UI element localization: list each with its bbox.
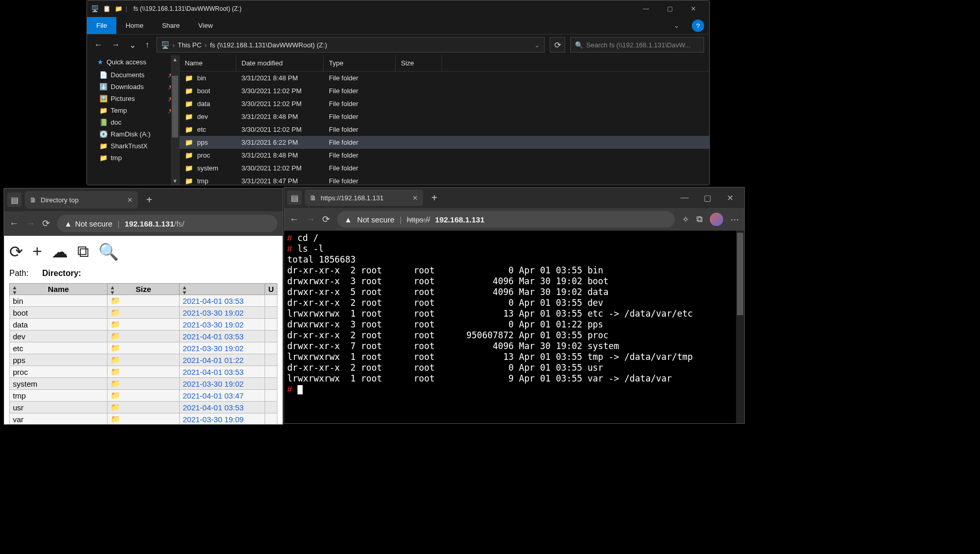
terminal-output[interactable]: # cd / # ls -l total 1856683 dr-xr-xr-x …	[284, 231, 744, 423]
ribbon-home[interactable]: Home	[116, 17, 153, 34]
history-dropdown[interactable]: ⌄	[127, 38, 138, 52]
browser-menu-icon[interactable]: ▤	[287, 191, 302, 205]
terminal-scrollbar[interactable]	[736, 231, 744, 423]
table-row[interactable]: 📁proc3/31/2021 8:48 PMFile folder	[180, 149, 709, 162]
forward-button[interactable]: →	[26, 218, 35, 229]
forward-button[interactable]: →	[306, 214, 315, 225]
sidebar-item[interactable]: 🖼️Pictures📌	[87, 93, 179, 105]
close-button[interactable]: ✕	[681, 1, 705, 17]
scroll-up-icon[interactable]: ▲	[171, 55, 179, 63]
address-bar[interactable]: 🖥️ › This PC › fs (\\192.168.1.131\DavWW…	[156, 37, 545, 53]
window-title: fs (\\192.168.1.131\DavWWWRoot) (Z:)	[133, 5, 241, 12]
ribbon-view[interactable]: View	[189, 17, 222, 34]
table-row[interactable]: tmp📁2021-04-01 03:47	[10, 390, 277, 402]
tab-close-icon[interactable]: ✕	[127, 196, 133, 204]
scroll-thumb[interactable]	[737, 233, 743, 315]
browser-menu-icon[interactable]: ▤	[7, 193, 22, 207]
table-row[interactable]: var📁2021-03-30 19:09	[10, 413, 277, 425]
forward-button[interactable]: →	[110, 38, 122, 51]
sidebar-item[interactable]: 📄Documents📌	[87, 69, 179, 81]
crumb-path[interactable]: fs (\\192.168.1.131\DavWWWRoot) (Z:)	[210, 41, 327, 49]
qat-icon[interactable]: 📋	[103, 5, 111, 12]
close-button[interactable]: ✕	[719, 187, 741, 208]
table-row[interactable]: 📁tmp3/31/2021 8:47 PMFile folder	[180, 175, 709, 185]
quick-access-header[interactable]: ★ Quick access	[87, 55, 179, 69]
table-row[interactable]: proc📁2021-04-01 03:53	[10, 366, 277, 378]
minimize-button[interactable]: —	[634, 1, 658, 17]
col-date[interactable]: ▲▼	[180, 284, 265, 295]
scroll-thumb[interactable]	[172, 76, 178, 137]
refresh-button[interactable]: ⟳	[550, 37, 565, 53]
table-row[interactable]: 📁etc3/30/2021 12:02 PMFile folder	[180, 123, 709, 136]
scroll-down-icon[interactable]: ▼	[171, 177, 179, 185]
ribbon-share[interactable]: Share	[153, 17, 189, 34]
maximize-button[interactable]: ▢	[658, 1, 681, 17]
col-name[interactable]: ▲▼Name	[10, 284, 108, 295]
refresh-icon[interactable]: ⟳	[9, 242, 23, 262]
table-row[interactable]: 📁data3/30/2021 12:02 PMFile folder	[180, 97, 709, 110]
file-icon-cell: 📁	[108, 402, 180, 413]
collections-icon[interactable]: ⧉	[696, 214, 703, 224]
titlebar[interactable]: 🖥️ 📋 📁 | fs (\\192.168.1.131\DavWWWRoot)…	[87, 1, 709, 17]
file-icon-cell: 📁	[108, 390, 180, 402]
maximize-button[interactable]: ▢	[696, 187, 719, 208]
sidebar-item[interactable]: 📁Temp📌	[87, 105, 179, 116]
address-bar[interactable]: ▲ Not secure | https://192.168.1.131	[337, 211, 675, 228]
col-u[interactable]: U	[265, 284, 277, 295]
search-icon[interactable]: 🔍	[98, 242, 119, 262]
sidebar-item[interactable]: 📗doc	[87, 116, 179, 128]
reload-button[interactable]: ⟳	[322, 214, 330, 225]
sidebar-item[interactable]: 💽RamDisk (A:)	[87, 128, 179, 140]
tab-directory[interactable]: 🗎 Directory top ✕	[25, 191, 138, 209]
folder-icon: 📁	[185, 126, 193, 133]
col-modified[interactable]: Date modified	[236, 55, 324, 71]
sidebar-scrollbar[interactable]: ▲ ▼	[171, 55, 179, 185]
table-row[interactable]: boot📁2021-03-30 19:02	[10, 307, 277, 319]
minimize-button[interactable]: —	[673, 187, 696, 208]
table-row[interactable]: 📁bin3/31/2021 8:48 PMFile folder	[180, 72, 709, 84]
table-row[interactable]: 📁pps3/31/2021 6:22 PMFile folder	[180, 136, 709, 149]
col-size[interactable]: Size	[396, 55, 442, 71]
table-row[interactable]: system📁2021-03-30 19:02	[10, 378, 277, 390]
col-name[interactable]: Name	[180, 55, 236, 71]
item-label: Documents	[111, 71, 145, 79]
table-row[interactable]: 📁boot3/30/2021 12:02 PMFile folder	[180, 84, 709, 97]
reload-button[interactable]: ⟳	[42, 218, 50, 229]
table-row[interactable]: pps📁2021-04-01 01:22	[10, 354, 277, 366]
back-button[interactable]: ←	[9, 218, 19, 229]
file-name: tmp	[10, 390, 108, 402]
new-tab-button[interactable]: +	[426, 192, 443, 204]
crumb-this-pc[interactable]: This PC	[178, 41, 201, 49]
upload-icon[interactable]: ☁︎	[51, 242, 68, 262]
table-row[interactable]: data📁2021-03-30 19:02	[10, 319, 277, 331]
profile-avatar[interactable]	[710, 213, 723, 226]
add-icon[interactable]: +	[32, 242, 42, 262]
col-size[interactable]: ▲▼Size	[108, 284, 180, 295]
ribbon-file[interactable]: File	[87, 17, 116, 34]
table-row[interactable]: usr📁2021-04-01 03:53	[10, 402, 277, 413]
more-icon[interactable]: ⋯	[730, 214, 739, 225]
table-row[interactable]: dev📁2021-04-01 03:53	[10, 331, 277, 342]
table-row[interactable]: 📁system3/30/2021 12:02 PMFile folder	[180, 162, 709, 175]
sidebar-item[interactable]: ⬇️Downloads📌	[87, 81, 179, 93]
col-type[interactable]: Type	[324, 55, 396, 71]
back-button[interactable]: ←	[289, 214, 299, 225]
sidebar-item[interactable]: 📁tmp	[87, 152, 179, 164]
new-tab-button[interactable]: +	[141, 194, 157, 206]
address-bar[interactable]: ▲Not secure | 192.168.1.131/fs/	[57, 215, 277, 232]
table-row[interactable]: 📁dev3/31/2021 8:48 PMFile folder	[180, 110, 709, 123]
table-row[interactable]: bin📁2021-04-01 03:53	[10, 295, 277, 307]
back-button[interactable]: ←	[92, 38, 104, 51]
copy-icon[interactable]: ⧉	[77, 242, 89, 262]
tab-terminal[interactable]: 🗎 https://192.168.1.131 ✕	[305, 189, 423, 206]
ribbon-expand-icon[interactable]: ⌄	[666, 17, 687, 34]
search-box[interactable]: 🔍 Search fs (\\192.168.1.131\DavW...	[570, 37, 704, 53]
favorite-icon[interactable]: ✧	[682, 214, 689, 225]
help-button[interactable]: ?	[692, 20, 704, 32]
folder-icon: 📁	[185, 100, 193, 108]
address-dropdown-icon[interactable]: ⌄	[534, 41, 540, 49]
sidebar-item[interactable]: 📁SharkTrustX	[87, 140, 179, 152]
table-row[interactable]: etc📁2021-03-30 19:02	[10, 342, 277, 354]
up-button[interactable]: ↑	[143, 38, 151, 51]
tab-close-icon[interactable]: ✕	[412, 194, 418, 202]
